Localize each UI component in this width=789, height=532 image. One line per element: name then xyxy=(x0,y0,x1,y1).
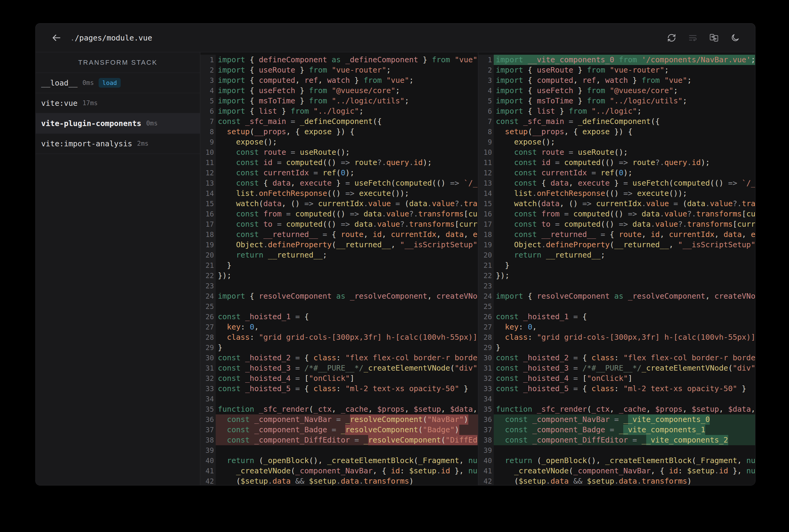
code-text: import { list } from "../logic"; xyxy=(494,106,755,116)
code-text xyxy=(216,394,478,404)
code-line: 33const _hoisted_5 = { class: "ml-2 text… xyxy=(200,384,478,394)
code-text: const _hoisted_2 = { class: "flex flex-c… xyxy=(494,353,755,363)
code-line: 23 xyxy=(200,281,478,291)
code-line: 34 xyxy=(200,394,478,404)
code-line: 11 const id = computed(() => route?.quer… xyxy=(200,157,478,168)
line-number: 6 xyxy=(478,106,494,116)
code-line: 15 watch(data, () => currentIdx.value = … xyxy=(200,198,478,209)
code-line: 14 list.onFetchResponse(() => execute())… xyxy=(478,188,755,198)
line-number: 18 xyxy=(478,229,494,240)
line-number: 1 xyxy=(478,55,494,65)
diff-pane-after[interactable]: 1import __vite_components_0 from '/compo… xyxy=(478,52,755,486)
code-text: ($setup.data && $setup.data.transforms) xyxy=(216,476,478,486)
code-text: }); xyxy=(494,270,755,281)
code-text: return __returned__; xyxy=(494,250,755,260)
code-text: list.onFetchResponse(() => execute()); xyxy=(494,188,755,198)
line-number: 14 xyxy=(200,188,216,198)
line-number: 29 xyxy=(478,342,494,353)
sidebar-header: TRANSFORM STACK xyxy=(36,52,200,73)
line-number: 41 xyxy=(200,466,216,476)
code-line: 18 const __returned__ = { route, id, cur… xyxy=(478,229,755,240)
code-line: 14 list.onFetchResponse(() => execute())… xyxy=(200,188,478,198)
line-number: 25 xyxy=(200,301,216,312)
back-button[interactable] xyxy=(50,31,63,44)
code-line: 27 key: 0, xyxy=(478,322,755,332)
plugin-name: vite-plugin-components xyxy=(41,119,141,128)
code-line: 8 setup(__props, { expose }) { xyxy=(478,127,755,137)
code-text: const currentIdx = ref(0); xyxy=(216,168,478,178)
dark-mode-toggle[interactable] xyxy=(730,33,740,43)
code-line: 4import { useFetch } from "@vueuse/core"… xyxy=(478,86,755,96)
code-line: 19 Object.defineProperty(__returned__, "… xyxy=(478,240,755,250)
line-number: 7 xyxy=(200,116,216,127)
code-line: 29} xyxy=(200,342,478,353)
code-line: 32const _hoisted_4 = ["onClick"] xyxy=(478,373,755,384)
sidebar-item-vite:import-analysis[interactable]: vite:import-analysis2ms xyxy=(36,134,200,154)
line-number: 22 xyxy=(478,270,494,281)
line-number: 10 xyxy=(478,147,494,157)
diff-pane-before[interactable]: 1import { defineComponent as _defineComp… xyxy=(200,52,478,486)
code-text: } xyxy=(216,260,478,270)
code-line: 42 ($setup.data && $setup.data.transform… xyxy=(200,476,478,486)
code-text: import { list } from "../logic"; xyxy=(216,106,478,116)
line-number: 7 xyxy=(478,116,494,127)
code-text: function _sfc_render(_ctx, _cache, $prop… xyxy=(216,404,478,414)
code-text: return (_openBlock(), _createElementBloc… xyxy=(216,456,478,466)
code-line: 13 const { data, execute } = useFetch(co… xyxy=(200,178,478,188)
line-number: 3 xyxy=(200,75,216,86)
code-line: 20 return __returned__; xyxy=(200,250,478,260)
line-number: 28 xyxy=(200,332,216,342)
plugin-time: 2ms xyxy=(137,140,149,147)
code-text: const to = computed(() => data.value?.tr… xyxy=(216,219,478,229)
line-number: 24 xyxy=(200,291,216,301)
line-number: 41 xyxy=(478,466,494,476)
code-line: 12 const currentIdx = ref(0); xyxy=(478,168,755,178)
code-text: expose(); xyxy=(216,137,478,147)
code-text: Object.defineProperty(__returned__, "__i… xyxy=(216,240,478,250)
line-number: 20 xyxy=(200,250,216,260)
code-line: 8 setup(__props, { expose }) { xyxy=(200,127,478,137)
code-line: 29} xyxy=(478,342,755,353)
sidebar-item-vite:vue[interactable]: vite:vue17ms xyxy=(36,93,200,113)
line-number: 39 xyxy=(200,445,216,456)
code-line: 10 const route = useRoute(); xyxy=(200,147,478,157)
code-line: 27 key: 0, xyxy=(200,322,478,332)
code-text: watch(data, () => currentIdx.value = (da… xyxy=(494,198,755,209)
diff-view-button[interactable] xyxy=(709,33,719,43)
line-number: 34 xyxy=(200,394,216,404)
line-number: 25 xyxy=(478,301,494,312)
code-text: import { useFetch } from "@vueuse/core"; xyxy=(216,86,478,96)
code-text: const _hoisted_4 = ["onClick"] xyxy=(216,373,478,384)
code-text: key: 0, xyxy=(216,322,478,332)
sidebar-item-vite-plugin-components[interactable]: vite-plugin-components0ms xyxy=(36,113,200,134)
line-number: 36 xyxy=(200,414,216,425)
sidebar-item-__load__[interactable]: __load__0msload xyxy=(36,73,200,93)
code-line: 37 const _component_Badge = __vite_compo… xyxy=(478,425,755,435)
code-text: const currentIdx = ref(0); xyxy=(494,168,755,178)
code-line: 2import { useRoute } from "vue-router"; xyxy=(200,65,478,75)
code-line: 42 ($setup.data && $setup.data.transform… xyxy=(478,476,755,486)
wrap-lines-icon xyxy=(688,33,697,42)
line-number: 32 xyxy=(200,373,216,384)
line-number: 42 xyxy=(200,476,216,486)
code-line: 39 xyxy=(478,445,755,456)
code-line: 5import { msToTime } from "../logic/util… xyxy=(200,96,478,106)
code-text: setup(__props, { expose }) { xyxy=(216,127,478,137)
code-text: const _component_NavBar = __vite_compone… xyxy=(494,414,755,425)
plugin-name: vite:vue xyxy=(41,99,77,108)
line-number: 10 xyxy=(200,147,216,157)
refresh-button[interactable] xyxy=(667,33,677,43)
code-text: watch(data, () => currentIdx.value = (da… xyxy=(216,198,478,209)
code-line: 28 class: "grid grid-cols-[300px,3fr] h-… xyxy=(478,332,755,342)
line-number: 20 xyxy=(478,250,494,260)
plugin-time: 17ms xyxy=(82,99,98,107)
wrap-lines-button[interactable] xyxy=(688,33,698,43)
line-number: 19 xyxy=(200,240,216,250)
diff-view-icon xyxy=(709,33,719,43)
line-number: 5 xyxy=(200,96,216,106)
line-number: 4 xyxy=(200,86,216,96)
line-number: 17 xyxy=(200,219,216,229)
line-number: 21 xyxy=(200,260,216,270)
code-line: 3import { computed, ref, watch } from "v… xyxy=(200,75,478,86)
line-number: 22 xyxy=(200,270,216,281)
